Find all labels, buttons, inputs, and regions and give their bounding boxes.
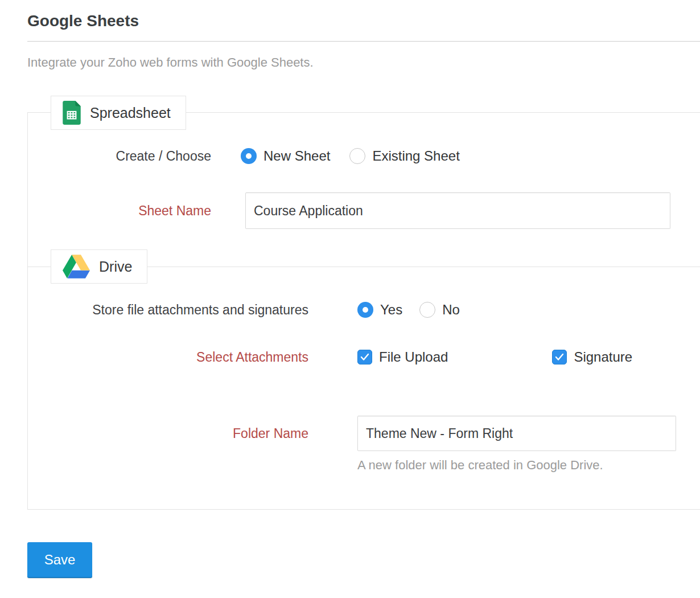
spreadsheet-legend-label: Spreadsheet (90, 105, 171, 121)
file-upload-checkbox[interactable] (357, 350, 372, 364)
existing-sheet-radio[interactable] (349, 148, 365, 164)
spreadsheet-section-legend: Spreadsheet (51, 96, 186, 130)
google-sheets-icon (63, 101, 81, 125)
attachments-checkbox-group: File Upload Signature (357, 349, 632, 365)
yes-radio[interactable] (357, 302, 373, 318)
sheet-name-row: Sheet Name (28, 192, 700, 229)
checkbox-option-signature[interactable]: Signature (552, 349, 632, 365)
radio-option-yes[interactable]: Yes (357, 302, 402, 318)
no-radio[interactable] (419, 302, 435, 318)
store-attachments-label: Store file attachments and signatures (28, 302, 308, 318)
new-sheet-radio[interactable] (241, 148, 257, 164)
existing-sheet-radio-label: Existing Sheet (372, 148, 459, 164)
create-choose-label: Create / Choose (28, 149, 211, 164)
folder-name-label: Folder Name (28, 426, 308, 441)
signature-checkbox-label: Signature (574, 349, 632, 365)
save-button[interactable]: Save (27, 542, 92, 578)
folder-name-input[interactable] (357, 416, 676, 451)
create-choose-radio-group: New Sheet Existing Sheet (241, 148, 460, 164)
signature-checkbox[interactable] (552, 350, 567, 364)
sheet-name-input[interactable] (245, 192, 670, 229)
checkbox-option-file-upload[interactable]: File Upload (357, 349, 448, 365)
title-divider (27, 41, 700, 42)
select-attachments-row: Select Attachments File Upload (28, 349, 700, 366)
page-subtitle: Integrate your Zoho web forms with Googl… (27, 55, 700, 70)
check-icon (360, 353, 369, 361)
drive-legend-label: Drive (99, 259, 132, 275)
radio-option-new-sheet[interactable]: New Sheet (241, 148, 330, 164)
file-upload-checkbox-label: File Upload (379, 349, 448, 365)
check-icon (555, 353, 564, 361)
store-attachments-radio-group: Yes No (357, 302, 460, 318)
create-choose-row: Create / Choose New Sheet Existing Sheet (28, 146, 700, 166)
select-attachments-label: Select Attachments (28, 350, 308, 365)
integration-settings-panel: Spreadsheet Create / Choose New Sheet Ex… (27, 112, 700, 510)
store-attachments-row: Store file attachments and signatures Ye… (28, 300, 700, 320)
folder-helper-text: A new folder will be created in Google D… (357, 458, 603, 473)
google-sheets-integration-page: Google Sheets Integrate your Zoho web fo… (0, 0, 700, 598)
page-title: Google Sheets (0, 0, 700, 31)
google-drive-icon (63, 255, 90, 278)
drive-section-legend: Drive (51, 249, 147, 284)
new-sheet-radio-label: New Sheet (263, 148, 330, 164)
no-radio-label: No (442, 302, 460, 318)
folder-name-row: Folder Name (28, 416, 700, 451)
radio-option-no[interactable]: No (419, 302, 460, 318)
radio-option-existing-sheet[interactable]: Existing Sheet (349, 148, 459, 164)
sheet-name-label: Sheet Name (28, 203, 211, 219)
yes-radio-label: Yes (380, 302, 402, 318)
